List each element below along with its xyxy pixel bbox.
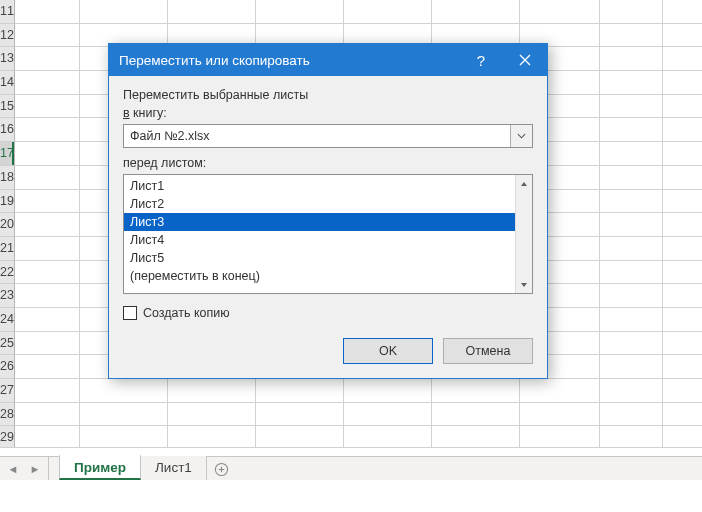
grid-cell[interactable] xyxy=(15,379,80,403)
add-sheet-button[interactable] xyxy=(207,457,237,481)
grid-cell[interactable] xyxy=(663,308,702,332)
grid-cell[interactable] xyxy=(168,379,256,403)
grid-cell[interactable] xyxy=(432,0,520,24)
grid-cell[interactable] xyxy=(15,71,80,95)
grid-cell[interactable] xyxy=(344,403,432,427)
list-item[interactable]: Лист4 xyxy=(124,231,515,249)
grid-cell[interactable] xyxy=(15,213,80,237)
grid-cell[interactable] xyxy=(600,118,663,142)
grid-cell[interactable] xyxy=(15,47,80,71)
grid-cell[interactable] xyxy=(15,332,80,356)
grid-cell[interactable] xyxy=(520,379,600,403)
grid-cell[interactable] xyxy=(600,0,663,24)
row-header[interactable]: 27 xyxy=(0,379,15,403)
grid-cell[interactable] xyxy=(663,47,702,71)
row-header[interactable]: 11 xyxy=(0,0,15,24)
row-header[interactable]: 16 xyxy=(0,118,15,142)
grid-cell[interactable] xyxy=(663,237,702,261)
grid-cell[interactable] xyxy=(600,379,663,403)
row-header[interactable]: 26 xyxy=(0,355,15,379)
grid-cell[interactable] xyxy=(600,308,663,332)
grid-cell[interactable] xyxy=(15,308,80,332)
grid-cell[interactable] xyxy=(663,190,702,214)
dialog-close-button[interactable] xyxy=(503,44,547,76)
grid-cell[interactable] xyxy=(256,0,344,24)
grid-cell[interactable] xyxy=(15,0,80,24)
grid-cell[interactable] xyxy=(15,142,80,166)
sheet-tab[interactable]: Лист1 xyxy=(141,456,207,480)
row-header[interactable]: 18 xyxy=(0,166,15,190)
grid-cell[interactable] xyxy=(15,284,80,308)
grid-cell[interactable] xyxy=(600,213,663,237)
grid-cell[interactable] xyxy=(600,332,663,356)
grid-cell[interactable] xyxy=(15,24,80,48)
list-item[interactable]: Лист3 xyxy=(124,213,515,231)
row-header[interactable]: 17 xyxy=(0,142,15,166)
grid-cell[interactable] xyxy=(80,0,168,24)
ok-button[interactable]: OK xyxy=(343,338,433,364)
cancel-button[interactable]: Отмена xyxy=(443,338,533,364)
grid-cell[interactable] xyxy=(663,95,702,119)
row-header[interactable]: 22 xyxy=(0,261,15,285)
grid-cell[interactable] xyxy=(663,261,702,285)
row-header[interactable]: 19 xyxy=(0,190,15,214)
grid-cell[interactable] xyxy=(15,403,80,427)
row-header[interactable]: 12 xyxy=(0,24,15,48)
grid-cell[interactable] xyxy=(15,237,80,261)
grid-cell[interactable] xyxy=(600,237,663,261)
list-item[interactable]: Лист2 xyxy=(124,195,515,213)
grid-cell[interactable] xyxy=(600,71,663,95)
row-header[interactable]: 21 xyxy=(0,237,15,261)
grid-cell[interactable] xyxy=(663,166,702,190)
grid-cell[interactable] xyxy=(663,332,702,356)
sheet-tab[interactable]: Пример xyxy=(59,454,141,480)
grid-cell[interactable] xyxy=(520,403,600,427)
grid-cell[interactable] xyxy=(600,24,663,48)
grid-cell[interactable] xyxy=(663,403,702,427)
grid-cell[interactable] xyxy=(168,0,256,24)
row-header[interactable]: 13 xyxy=(0,47,15,71)
grid-cell[interactable] xyxy=(15,355,80,379)
row-header[interactable]: 28 xyxy=(0,403,15,427)
grid-cell[interactable] xyxy=(663,118,702,142)
row-header[interactable]: 24 xyxy=(0,308,15,332)
grid-cell[interactable] xyxy=(520,0,600,24)
grid-cell[interactable] xyxy=(663,284,702,308)
row-header[interactable]: 23 xyxy=(0,284,15,308)
grid-cell[interactable] xyxy=(432,403,520,427)
grid-cell[interactable] xyxy=(15,166,80,190)
grid-cell[interactable] xyxy=(256,379,344,403)
grid-cell[interactable] xyxy=(663,355,702,379)
scroll-down-button[interactable] xyxy=(516,276,532,293)
grid-cell[interactable] xyxy=(663,0,702,24)
grid-cell[interactable] xyxy=(663,71,702,95)
create-copy-checkbox[interactable] xyxy=(123,306,137,320)
list-item[interactable]: Лист1 xyxy=(124,177,515,195)
grid-cell[interactable] xyxy=(15,118,80,142)
grid-cell[interactable] xyxy=(600,403,663,427)
grid-cell[interactable] xyxy=(15,261,80,285)
dialog-help-button[interactable]: ? xyxy=(459,44,503,76)
row-header[interactable]: 15 xyxy=(0,95,15,119)
row-header[interactable]: 25 xyxy=(0,332,15,356)
scroll-up-button[interactable] xyxy=(516,175,532,192)
tab-nav-next-icon[interactable]: ► xyxy=(24,458,46,480)
grid-cell[interactable] xyxy=(600,261,663,285)
list-item[interactable]: (переместить в конец) xyxy=(124,267,515,285)
grid-cell[interactable] xyxy=(600,284,663,308)
grid-cell[interactable] xyxy=(663,379,702,403)
grid-cell[interactable] xyxy=(256,403,344,427)
to-book-combobox[interactable]: Файл №2.xlsx xyxy=(123,124,533,148)
grid-cell[interactable] xyxy=(600,95,663,119)
before-sheet-listbox[interactable]: Лист1Лист2Лист3Лист4Лист5(переместить в … xyxy=(123,174,533,294)
grid-cell[interactable] xyxy=(80,403,168,427)
grid-cell[interactable] xyxy=(432,379,520,403)
grid-cell[interactable] xyxy=(344,0,432,24)
grid-cell[interactable] xyxy=(344,379,432,403)
row-header[interactable]: 20 xyxy=(0,213,15,237)
grid-cell[interactable] xyxy=(600,190,663,214)
grid-cell[interactable] xyxy=(600,142,663,166)
grid-cell[interactable] xyxy=(168,403,256,427)
tab-nav-prev-icon[interactable]: ◄ xyxy=(2,458,24,480)
listbox-scrollbar[interactable] xyxy=(515,175,532,293)
